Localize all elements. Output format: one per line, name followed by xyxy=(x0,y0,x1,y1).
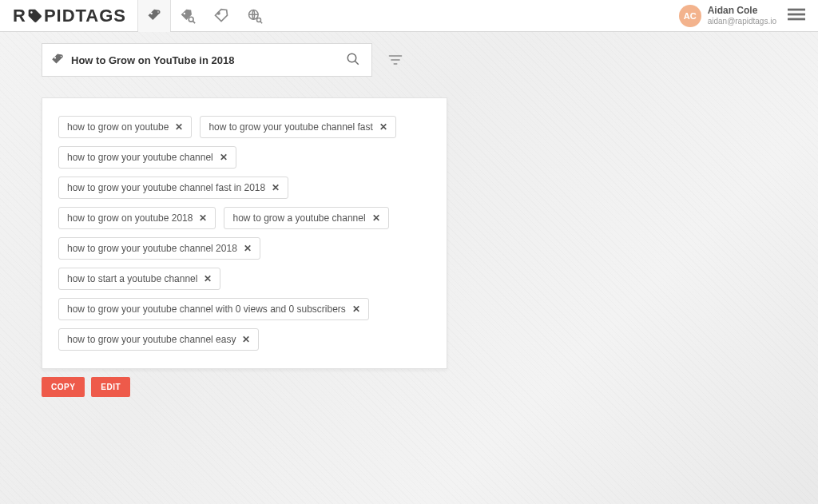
tag-label: how to grow your youtube channel easy xyxy=(67,334,236,345)
tag-label: how to grow your youtube channel with 0 … xyxy=(67,304,346,315)
tag-icon xyxy=(27,8,43,24)
filter-button[interactable] xyxy=(383,48,407,72)
search-box[interactable] xyxy=(42,43,372,77)
tag-label: how to grow on youtube 2018 xyxy=(67,212,193,224)
tag-pill[interactable]: how to grow your youtube channel✕ xyxy=(58,146,236,169)
tags-gear-icon xyxy=(146,8,162,24)
tag-label: how to start a youtube channel xyxy=(67,273,197,284)
action-buttons: COPY EDIT xyxy=(42,377,447,397)
close-icon[interactable]: ✕ xyxy=(242,334,250,345)
svg-point-1 xyxy=(157,11,159,13)
brand-suffix: PIDTAGS xyxy=(44,6,126,26)
globe-search-icon xyxy=(247,8,263,24)
nav-tab-generator[interactable] xyxy=(137,0,171,31)
tag-pill[interactable]: how to grow your youtube channel fast✕ xyxy=(200,116,395,138)
svg-line-14 xyxy=(355,61,359,65)
svg-point-12 xyxy=(61,56,62,58)
tag-pill[interactable]: how to grow a youtube channel✕ xyxy=(224,207,388,229)
tag-pill[interactable]: how to start a youtube channel✕ xyxy=(58,268,220,290)
user-block[interactable]: AC Aidan Cole aidan@rapidtags.io xyxy=(679,5,776,27)
edit-button[interactable]: EDIT xyxy=(91,377,130,397)
main-content: how to grow on youtube✕how to grow your … xyxy=(0,32,447,397)
svg-point-2 xyxy=(189,17,193,22)
brand-prefix: R xyxy=(13,6,26,26)
tag-label: how to grow a youtube channel xyxy=(232,212,365,224)
avatar: AC xyxy=(679,5,701,27)
svg-point-4 xyxy=(217,12,220,14)
search-icon xyxy=(346,52,360,66)
tag-label: how to grow your youtube channel xyxy=(67,152,213,163)
close-icon[interactable]: ✕ xyxy=(272,182,280,193)
filter-icon xyxy=(387,52,403,68)
svg-point-13 xyxy=(347,54,356,62)
tag-pill[interactable]: how to grow on youtube 2018✕ xyxy=(58,207,216,229)
tag-label: how to grow your youtube channel fast in… xyxy=(67,182,265,193)
tag-label: how to grow your youtube channel 2018 xyxy=(67,243,237,254)
user-text: Aidan Cole aidan@rapidtags.io xyxy=(708,6,776,25)
brand-logo[interactable]: R PIDTAGS xyxy=(13,6,126,26)
close-icon[interactable]: ✕ xyxy=(220,152,228,163)
svg-rect-8 xyxy=(788,8,805,10)
tag-pill[interactable]: how to grow your youtube channel fast in… xyxy=(58,177,288,199)
tag-label: how to grow your youtube channel fast xyxy=(208,121,372,133)
nav-tab-tag[interactable] xyxy=(204,0,238,31)
user-name: Aidan Cole xyxy=(708,6,776,16)
close-icon[interactable]: ✕ xyxy=(244,243,252,254)
svg-line-3 xyxy=(193,21,196,23)
close-icon[interactable]: ✕ xyxy=(379,121,387,133)
close-icon[interactable]: ✕ xyxy=(204,273,212,284)
svg-rect-9 xyxy=(788,13,805,15)
svg-rect-10 xyxy=(788,18,805,20)
nav-tab-globe[interactable] xyxy=(238,0,272,31)
close-icon[interactable]: ✕ xyxy=(199,212,207,224)
tag-label: how to grow on youtube xyxy=(67,121,169,133)
search-row xyxy=(42,43,447,77)
tag-pill[interactable]: how to grow on youtube✕ xyxy=(58,116,192,138)
tag-search-icon xyxy=(180,8,196,24)
search-button[interactable] xyxy=(343,49,363,72)
tag-pill[interactable]: how to grow your youtube channel easy✕ xyxy=(58,328,259,351)
close-icon[interactable]: ✕ xyxy=(372,212,380,224)
tag-pill[interactable]: how to grow your youtube channel with 0 … xyxy=(58,298,369,320)
svg-point-6 xyxy=(257,18,261,22)
close-icon[interactable]: ✕ xyxy=(352,304,360,315)
tag-pill[interactable]: how to grow your youtube channel 2018✕ xyxy=(58,237,260,260)
copy-button[interactable]: COPY xyxy=(42,377,85,397)
tag-outline-icon xyxy=(213,8,229,24)
close-icon[interactable]: ✕ xyxy=(175,121,183,133)
menu-button[interactable] xyxy=(784,2,808,30)
svg-line-7 xyxy=(260,22,262,23)
nav-tab-search[interactable] xyxy=(171,0,204,31)
hamburger-icon xyxy=(788,6,805,23)
tags-card: how to grow on youtube✕how to grow your … xyxy=(42,97,447,369)
nav-tabs xyxy=(137,0,272,31)
avatar-initials: AC xyxy=(684,11,697,21)
user-email: aidan@rapidtags.io xyxy=(708,17,776,26)
topbar: R PIDTAGS AC Aidan Cole aidan@rapidtags.… xyxy=(0,0,818,32)
search-input[interactable] xyxy=(71,54,343,66)
tags-gear-icon xyxy=(50,53,65,67)
